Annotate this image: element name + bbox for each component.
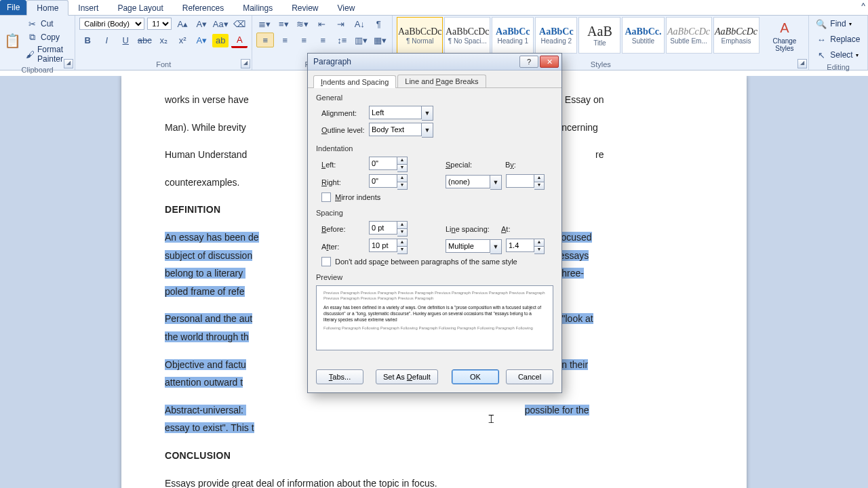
change-styles-button[interactable]: A Change Styles bbox=[765, 18, 805, 52]
style-title[interactable]: AaBTitle bbox=[578, 17, 620, 54]
mirror-indents-checkbox[interactable]: Mirror indents bbox=[321, 192, 553, 202]
ribbon-minimize-icon[interactable]: ^ bbox=[861, 1, 865, 11]
numbering-icon[interactable]: ≡▾ bbox=[275, 17, 292, 30]
dialog-titlebar[interactable]: Paragraph ? ✕ bbox=[308, 54, 561, 70]
selected-text: the world through th bbox=[165, 331, 249, 342]
show-marks-icon[interactable]: ¶ bbox=[370, 17, 387, 30]
indent-right-spinner[interactable]: ▲▼ bbox=[369, 174, 408, 190]
sort-icon[interactable]: A↓ bbox=[351, 17, 368, 30]
brush-icon: 🖌 bbox=[26, 48, 35, 60]
tab-page-layout[interactable]: Page Layout bbox=[108, 1, 172, 15]
shading-icon[interactable]: ▥▾ bbox=[353, 33, 369, 47]
borders-icon[interactable]: ▦▾ bbox=[372, 33, 388, 47]
outline-combo[interactable]: ▼ bbox=[369, 123, 433, 138]
indent-right-label: Right: bbox=[321, 178, 365, 186]
align-center-button[interactable]: ≡ bbox=[277, 33, 293, 47]
inc-indent-icon[interactable]: ⇥ bbox=[332, 17, 349, 30]
indent-left-spinner[interactable]: ▲▼ bbox=[369, 157, 408, 172]
close-button[interactable]: ✕ bbox=[540, 56, 559, 68]
highlight-icon[interactable]: ab bbox=[212, 34, 229, 47]
by-spinner[interactable]: ▲▼ bbox=[506, 174, 545, 190]
paragraph-dialog: Paragraph ? ✕ IIndents and Spacingndents… bbox=[307, 53, 562, 393]
special-combo[interactable]: ▼ bbox=[446, 175, 502, 190]
dont-add-space-checkbox[interactable]: Don't add space between paragraphs of th… bbox=[321, 257, 553, 266]
spin-up-icon[interactable]: ▲ bbox=[397, 174, 408, 182]
spin-up-icon[interactable]: ▲ bbox=[397, 157, 408, 164]
after-spinner[interactable]: ▲▼ bbox=[369, 239, 408, 254]
chevron-down-icon[interactable]: ▼ bbox=[422, 106, 433, 121]
spin-down-icon[interactable]: ▼ bbox=[397, 182, 408, 190]
bold-button[interactable]: B bbox=[79, 34, 96, 47]
tab-insert[interactable]: Insert bbox=[68, 1, 108, 15]
cut-button[interactable]: ✂Cut bbox=[24, 17, 71, 30]
style-subtle-em[interactable]: AaBbCcDcSubtle Em... bbox=[666, 17, 712, 54]
spin-down-icon[interactable]: ▼ bbox=[534, 246, 545, 254]
line-spacing-icon[interactable]: ↕≡ bbox=[334, 33, 350, 47]
spin-up-icon[interactable]: ▲ bbox=[534, 174, 545, 182]
chevron-down-icon[interactable]: ▼ bbox=[422, 123, 433, 138]
line-spacing-combo[interactable]: ▼ bbox=[446, 239, 502, 254]
tab-line-page-breaks[interactable]: Line and Page Breaks bbox=[397, 75, 486, 87]
tab-home[interactable]: Home bbox=[26, 0, 68, 16]
tab-indents-spacing[interactable]: IIndents and Spacingndents and Spacing bbox=[313, 75, 396, 88]
spin-up-icon[interactable]: ▲ bbox=[397, 221, 408, 228]
chevron-down-icon[interactable]: ▼ bbox=[490, 239, 502, 254]
spin-up-icon[interactable]: ▲ bbox=[534, 239, 545, 246]
find-button[interactable]: 🔍Find▾ bbox=[813, 17, 863, 30]
style-heading1[interactable]: AaBbCcHeading 1 bbox=[492, 17, 534, 54]
spin-up-icon[interactable]: ▲ bbox=[397, 239, 408, 246]
tab-file[interactable]: File bbox=[0, 0, 26, 15]
paste-icon[interactable]: 📋 bbox=[4, 31, 21, 50]
chevron-down-icon[interactable]: ▼ bbox=[490, 175, 502, 190]
clear-format-icon[interactable]: ⌫ bbox=[231, 17, 248, 30]
font-launcher[interactable]: ◢ bbox=[241, 59, 250, 68]
cancel-button[interactable]: Cancel bbox=[506, 369, 553, 384]
set-default-button[interactable]: Set As Default bbox=[376, 369, 438, 384]
spin-down-icon[interactable]: ▼ bbox=[397, 246, 408, 254]
style-normal[interactable]: AaBbCcDc¶ Normal bbox=[397, 17, 443, 54]
style-no-spacing[interactable]: AaBbCcDc¶ No Spaci... bbox=[444, 17, 490, 54]
subscript-button[interactable]: x₂ bbox=[155, 34, 172, 47]
italic-button[interactable]: I bbox=[98, 34, 115, 47]
multilevel-icon[interactable]: ≋▾ bbox=[294, 17, 311, 30]
spin-down-icon[interactable]: ▼ bbox=[397, 228, 408, 237]
copy-button[interactable]: ⧉Copy bbox=[24, 30, 71, 44]
style-subtitle[interactable]: AaBbCc.Subtitle bbox=[622, 17, 664, 54]
help-button[interactable]: ? bbox=[519, 56, 538, 68]
tab-mailings[interactable]: Mailings bbox=[233, 1, 282, 15]
dec-indent-icon[interactable]: ⇤ bbox=[313, 17, 330, 30]
font-name-select[interactable]: Calibri (Body) bbox=[79, 18, 144, 30]
tab-references[interactable]: References bbox=[173, 1, 233, 15]
clipboard-launcher[interactable]: ◢ bbox=[64, 59, 73, 68]
ok-button[interactable]: OK bbox=[452, 369, 499, 384]
styles-launcher[interactable]: ◢ bbox=[797, 59, 807, 68]
style-heading2[interactable]: AaBbCcHeading 2 bbox=[535, 17, 577, 54]
align-right-button[interactable]: ≡ bbox=[296, 33, 312, 47]
select-button[interactable]: ↖Select▾ bbox=[813, 48, 863, 62]
align-left-button[interactable]: ≡ bbox=[256, 33, 274, 47]
before-spinner[interactable]: ▲▼ bbox=[369, 221, 408, 237]
alignment-combo[interactable]: ▼ bbox=[369, 106, 433, 121]
heading-conclusion: CONCLUSION bbox=[165, 447, 703, 465]
change-case-icon[interactable]: Aa▾ bbox=[212, 17, 229, 30]
shrink-font-icon[interactable]: A▾ bbox=[193, 17, 210, 30]
bullets-icon[interactable]: ≣▾ bbox=[256, 17, 273, 30]
style-emphasis[interactable]: AaBbCcDcEmphasis bbox=[713, 17, 760, 54]
superscript-button[interactable]: x² bbox=[174, 34, 191, 47]
grow-font-icon[interactable]: A▴ bbox=[174, 17, 191, 30]
spin-down-icon[interactable]: ▼ bbox=[397, 164, 408, 172]
replace-button[interactable]: ↔Replace bbox=[813, 33, 863, 46]
font-size-select[interactable]: 11 bbox=[147, 18, 172, 30]
at-spinner[interactable]: ▲▼ bbox=[506, 239, 545, 254]
font-color-icon[interactable]: A bbox=[231, 33, 248, 48]
tab-review[interactable]: Review bbox=[282, 1, 328, 15]
strike-button[interactable]: abc bbox=[136, 34, 153, 47]
tab-view[interactable]: View bbox=[328, 1, 365, 15]
justify-button[interactable]: ≡ bbox=[315, 33, 331, 47]
text-effects-icon[interactable]: A▾ bbox=[193, 34, 210, 47]
group-clipboard: 📋 ✂Cut ⧉Copy 🖌Format Painter Clipboard ◢ bbox=[0, 16, 75, 70]
underline-button[interactable]: U bbox=[117, 34, 134, 47]
tabs-button[interactable]: Tabs... bbox=[316, 369, 363, 384]
spin-down-icon[interactable]: ▼ bbox=[534, 182, 545, 190]
dialog-title: Paragraph bbox=[313, 57, 351, 66]
